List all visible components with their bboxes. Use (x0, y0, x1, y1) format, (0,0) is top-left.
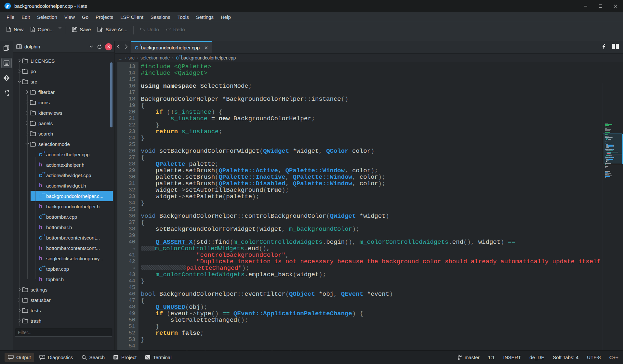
chevron-right-icon[interactable] (25, 89, 30, 95)
tree-row-search[interactable]: search (13, 128, 114, 139)
sidebar-tool-lsp-client[interactable] (1, 88, 12, 98)
menu-selection[interactable]: Selection (34, 13, 60, 21)
menu-projects[interactable]: Projects (92, 13, 116, 21)
menu-help[interactable]: Help (218, 13, 234, 21)
code-line: } (141, 135, 144, 141)
tree-row-selectionmode[interactable]: selectionmode (13, 139, 114, 149)
tree-row-trash[interactable]: trash (13, 316, 114, 326)
redo-button[interactable]: Redo (162, 25, 188, 34)
tree-row-userfeedback[interactable]: userfeedback (13, 326, 114, 326)
lightning-bolt-icon (602, 44, 606, 49)
tree-row-topbar.h[interactable]: htopbar.h (13, 274, 114, 284)
menu-sessions[interactable]: Sessions (147, 13, 174, 21)
toolview-button-project[interactable]: Project (110, 353, 140, 362)
menu-file[interactable]: File (3, 13, 18, 21)
line-number: 47 (117, 297, 135, 304)
minimize-button[interactable] (578, 0, 593, 12)
tab-close-icon[interactable]: ✕ (204, 45, 208, 50)
encoding[interactable]: UTF-8 (587, 355, 601, 360)
breadcrumb-file[interactable]: backgroundcolorhelper.cpp (181, 55, 236, 60)
toolview-button-terminal[interactable]: Terminal (142, 353, 175, 362)
tree-row-src[interactable]: src (13, 76, 114, 87)
tree-row-kitemviews[interactable]: kitemviews (13, 108, 114, 118)
chevron-right-icon[interactable] (17, 58, 22, 63)
toolview-button-diagnostics[interactable]: Diagnostics (36, 353, 76, 362)
code-view[interactable]: 1314151617181920212223242526272829303132… (115, 62, 623, 350)
menu-go[interactable]: Go (79, 13, 92, 21)
folder-icon (22, 287, 28, 292)
tree-row-filterbar[interactable]: filterbar (13, 87, 114, 97)
save-button[interactable]: Save (69, 25, 94, 34)
undo-button[interactable]: Undo (136, 25, 162, 34)
project-reload-button[interactable] (95, 43, 104, 51)
tab-backgroundcolorhelper[interactable]: C++ backgroundcolorhelper.cpp ✕ (131, 41, 212, 53)
scrollbar-minimap[interactable] (602, 83, 623, 350)
history-back-button[interactable] (117, 44, 120, 50)
tree-row-backgroundcolorhelper.c[interactable]: C++backgroundcolorhelper.c... (13, 191, 114, 201)
breadcrumb-item[interactable]: src (128, 55, 135, 60)
menu-lsp-client[interactable]: LSP Client (117, 13, 147, 21)
tree-row-topbar.cpp[interactable]: C++topbar.cpp (13, 264, 114, 274)
tree-row-statusbar[interactable]: statusbar (13, 295, 114, 305)
tree-row-bottombar.cpp[interactable]: C++bottombar.cpp (13, 212, 114, 222)
sidebar-tool-git[interactable] (1, 73, 12, 83)
tree-row-po[interactable]: po (13, 66, 114, 76)
split-view-button[interactable] (612, 44, 619, 51)
tree-row-bottombar.h[interactable]: hbottombar.h (13, 222, 114, 232)
tree-row-bottombarcontentscont[interactable]: C++bottombarcontentscont... (13, 232, 114, 243)
open-dropdown-button[interactable] (57, 25, 63, 31)
toolview-label: Project (121, 355, 137, 360)
toolview-button-search[interactable]: Search (78, 353, 108, 362)
toolview-button-output[interactable]: Output (5, 353, 34, 362)
tree-row-singleclickselectionproxy[interactable]: hsingleclickselectionproxy... (13, 253, 114, 264)
quick-open-bolt-button[interactable] (602, 44, 606, 51)
tree-row-backgroundcolorhelper.h[interactable]: hbackgroundcolorhelper.h (13, 201, 114, 212)
project-selector[interactable]: dolphin (24, 44, 87, 49)
code-line: widget->setAutoFillBackground(true); (141, 187, 289, 193)
tree-scrollbar[interactable] (110, 62, 113, 127)
code-text[interactable]: #include <QPalette>#include <QWidget>usi… (139, 62, 623, 350)
history-forward-button[interactable] (125, 44, 128, 50)
breadcrumb-ellipsis[interactable]: ... (119, 55, 123, 60)
minimap-viewport[interactable] (603, 134, 623, 164)
open-button[interactable]: Open... (27, 25, 57, 34)
new-button[interactable]: New (3, 25, 27, 34)
sidebar-tool-documents[interactable] (1, 43, 12, 53)
folder-icon (30, 110, 36, 115)
menu-tools[interactable]: Tools (174, 13, 192, 21)
maximize-button[interactable] (593, 0, 608, 12)
tree-row-actiontexthelper.h[interactable]: hactiontexthelper.h (13, 160, 114, 170)
menu-settings[interactable]: Settings (193, 13, 217, 21)
tree-row-actionwithwidget.cpp[interactable]: C++actionwithwidget.cpp (13, 170, 114, 180)
tree-row-icons[interactable]: icons (13, 97, 114, 108)
close-button[interactable] (608, 0, 623, 12)
menu-view[interactable]: View (61, 13, 78, 21)
input-mode[interactable]: INSERT (503, 355, 521, 360)
tree-row-tests[interactable]: tests (13, 305, 114, 316)
dictionary[interactable]: de_DE (529, 355, 544, 360)
save-as-button[interactable]: Save As... (94, 25, 131, 34)
tree-row-actionwithwidget.h[interactable]: hactionwithwidget.h (13, 180, 114, 191)
sidebar-tool-projects[interactable] (1, 58, 12, 68)
tree-row-bottombarcontentscont[interactable]: hbottombarcontentscont... (13, 243, 114, 253)
breadcrumb-item[interactable]: selectionmode (140, 55, 170, 60)
cursor-position[interactable]: 1:1 (488, 355, 495, 360)
project-filter-input[interactable]: Filter... (15, 328, 112, 337)
highlight-language[interactable]: C++ (609, 355, 618, 360)
tab-label: backgroundcolorhelper.cpp (141, 45, 200, 50)
tab-mode[interactable]: Soft Tabs: 4 (553, 355, 578, 360)
tree-row-actiontexthelper.cpp[interactable]: C++actiontexthelper.cpp (13, 149, 114, 160)
tree-row-settings[interactable]: settings (13, 284, 114, 295)
minimap-line (605, 126, 606, 126)
header-file-icon: h (38, 245, 44, 251)
tree-row-panels[interactable]: panels (13, 118, 114, 128)
folder-icon (22, 297, 28, 303)
folder-icon (22, 79, 28, 84)
project-dropdown-chevron[interactable] (87, 43, 95, 51)
menu-edit[interactable]: Edit (18, 13, 33, 21)
git-branch-indicator[interactable]: master (457, 355, 480, 360)
project-panel-close-button[interactable] (105, 43, 112, 50)
code-line: } (141, 122, 159, 128)
tree-row-LICENSES[interactable]: LICENSES (13, 56, 114, 66)
header-file-icon: h (38, 183, 44, 188)
